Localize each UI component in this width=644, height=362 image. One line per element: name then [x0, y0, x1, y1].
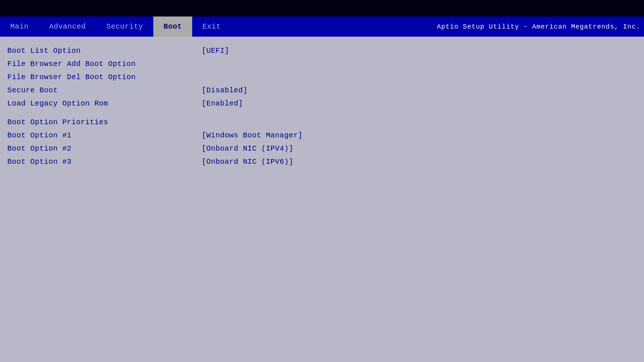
boot-list-option-row[interactable]: Boot List Option [UEFI] [0, 44, 644, 57]
boot-priorities-header: Boot Option Priorities [0, 116, 644, 129]
boot-option-1-row[interactable]: Boot Option #1 [Windows Boot Manager] [0, 129, 644, 142]
content-area: Boot List Option [UEFI] File Browser Add… [0, 37, 644, 362]
secure-boot-label: Secure Boot [7, 86, 202, 95]
tab-security[interactable]: Security [96, 16, 153, 37]
legacy-option-rom-row[interactable]: Load Legacy Option Rom [Enabled] [0, 97, 644, 110]
boot-option-3-value[interactable]: [Onboard NIC (IPV6)] [202, 158, 293, 166]
del-boot-option-label: File Browser Del Boot Option [7, 73, 202, 81]
tab-exit[interactable]: Exit [192, 16, 231, 37]
secure-boot-row[interactable]: Secure Boot [Disabled] [0, 84, 644, 97]
boot-list-option-label: Boot List Option [7, 47, 202, 55]
boot-list-option-value[interactable]: [UEFI] [202, 47, 229, 55]
tab-boot[interactable]: Boot [153, 16, 192, 37]
boot-option-3-row[interactable]: Boot Option #3 [Onboard NIC (IPV6)] [0, 155, 644, 168]
tab-advanced[interactable]: Advanced [39, 16, 96, 37]
secure-boot-value[interactable]: [Disabled] [202, 86, 248, 95]
legacy-option-rom-label: Load Legacy Option Rom [7, 99, 202, 108]
add-boot-option-row[interactable]: File Browser Add Boot Option [0, 57, 644, 70]
del-boot-option-row[interactable]: File Browser Del Boot Option [0, 70, 644, 84]
boot-option-2-label: Boot Option #2 [7, 144, 202, 153]
aptio-title: Aptio Setup Utility - American Megatrend… [437, 23, 640, 30]
add-boot-option-label: File Browser Add Boot Option [7, 60, 202, 68]
menu-bar: Main Advanced Security Boot Exit Aptio S… [0, 16, 644, 37]
boot-option-3-label: Boot Option #3 [7, 158, 202, 166]
legacy-option-rom-value[interactable]: [Enabled] [202, 99, 243, 108]
tab-main[interactable]: Main [0, 16, 39, 37]
boot-option-2-value[interactable]: [Onboard NIC (IPV4)] [202, 144, 293, 153]
boot-option-1-label: Boot Option #1 [7, 131, 202, 140]
boot-option-2-row[interactable]: Boot Option #2 [Onboard NIC (IPV4)] [0, 142, 644, 155]
top-bar [0, 0, 644, 16]
boot-option-1-value[interactable]: [Windows Boot Manager] [202, 131, 303, 140]
